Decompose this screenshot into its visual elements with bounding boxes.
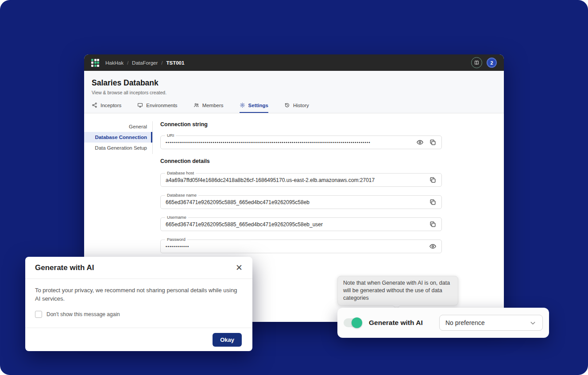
username-field[interactable]: Username 665ed367471e9262095c5885_665ed4…: [160, 217, 442, 231]
username-value: 665ed367471e9262095c5885_665ed4bc471e926…: [166, 221, 424, 228]
dont-show-again-option[interactable]: Don't show this message again: [35, 311, 243, 318]
page-title: Salaries Databank: [92, 78, 504, 88]
breadcrumb-org[interactable]: HakHak: [105, 60, 124, 66]
generate-with-ai-toggle[interactable]: [344, 318, 361, 327]
notification-count-badge[interactable]: 2: [487, 58, 497, 68]
checkbox[interactable]: [35, 311, 42, 318]
modal-title: Generate with AI: [35, 263, 94, 272]
copy-icon[interactable]: [429, 220, 437, 228]
database-name-value: 665ed367471e9262095c5885_665ed4bc471e926…: [166, 199, 424, 205]
toggle-knob: [352, 317, 362, 328]
breadcrumb-project[interactable]: DataForger: [132, 60, 158, 66]
breadcrumb-separator: /: [161, 60, 162, 66]
field-label: URI: [165, 133, 176, 138]
section-heading-connection-details: Connection details: [160, 158, 442, 164]
breadcrumb-separator: /: [127, 60, 128, 66]
page-subtitle: View & browse all inceptors created.: [92, 90, 504, 95]
tab-label: Members: [202, 103, 224, 108]
monitor-icon: [137, 102, 143, 108]
field-label: Username: [165, 215, 188, 220]
settings-sidebar: General Database Connection Data Generat…: [84, 121, 153, 154]
copy-icon[interactable]: [429, 198, 437, 206]
okay-button[interactable]: Okay: [213, 333, 242, 347]
field-label: Password: [165, 237, 187, 242]
ai-note-tooltip: Note that when Generate with AI is on, d…: [337, 276, 458, 305]
uri-value: ••••••••••••••••••••••••••••••••••••••••…: [166, 140, 411, 145]
section-heading-connection-string: Connection string: [160, 121, 442, 128]
generate-with-ai-modal: Generate with AI ✕ To protect your priva…: [25, 257, 252, 351]
window-topbar: HakHak / DataForger / TST001 2: [84, 54, 504, 71]
password-field[interactable]: Password ••••••••••••: [160, 240, 442, 253]
people-icon: [193, 102, 199, 108]
sidebar-item-general[interactable]: General: [84, 121, 152, 132]
preference-select[interactable]: No preference: [439, 315, 543, 331]
breadcrumb-current: TST001: [166, 60, 184, 66]
tab-inceptors[interactable]: Inceptors: [92, 102, 121, 113]
tab-bar: Inceptors Environments Members: [92, 102, 504, 113]
field-label: Database name: [165, 193, 198, 197]
tab-history[interactable]: History: [284, 102, 309, 113]
share-nodes-icon: [92, 102, 97, 108]
copy-icon[interactable]: [429, 139, 437, 146]
sidebar-item-data-generation-setup[interactable]: Data Generation Setup: [84, 143, 152, 153]
app-logo-icon[interactable]: [91, 59, 99, 67]
eye-icon[interactable]: [416, 139, 424, 146]
tab-label: Inceptors: [101, 103, 121, 108]
modal-header: Generate with AI ✕: [25, 257, 252, 279]
database-host-value: a4a69a7ffd05f4e1686dc2418a8b26cf-1686495…: [166, 177, 424, 183]
field-label: Database host: [165, 170, 196, 175]
sidebar-item-database-connection[interactable]: Database Connection: [84, 132, 152, 143]
tooltip-text: Note that when Generate with AI is on, d…: [343, 280, 450, 301]
breadcrumb: HakHak / DataForger / TST001: [105, 60, 184, 66]
close-icon[interactable]: ✕: [236, 263, 243, 272]
gear-icon: [240, 102, 245, 108]
uri-field[interactable]: URI ••••••••••••••••••••••••••••••••••••…: [160, 135, 442, 149]
chevron-down-icon: [529, 319, 537, 327]
history-clock-icon: [284, 102, 290, 108]
toggle-label: Generate with AI: [369, 319, 423, 327]
tab-environments[interactable]: Environments: [137, 102, 177, 113]
modal-message: To protect your privacy, we recommend no…: [35, 286, 243, 303]
generate-with-ai-panel: Generate with AI No preference: [337, 308, 549, 338]
database-name-field[interactable]: Database name 665ed367471e9262095c5885_6…: [160, 195, 442, 209]
tab-members[interactable]: Members: [193, 102, 224, 113]
copy-icon[interactable]: [429, 176, 437, 184]
page-background: HakHak / DataForger / TST001 2 Salaries …: [0, 0, 588, 375]
tab-label: History: [293, 103, 309, 108]
modal-body: To protect your privacy, we recommend no…: [25, 279, 252, 328]
window-header: Salaries Databank View & browse all ince…: [84, 71, 504, 113]
checkbox-label: Don't show this message again: [46, 311, 120, 317]
eye-icon[interactable]: [429, 243, 437, 250]
password-value: ••••••••••••: [166, 244, 424, 249]
modal-footer: Okay: [25, 328, 252, 351]
tab-label: Environments: [146, 103, 177, 108]
database-host-field[interactable]: Database host a4a69a7ffd05f4e1686dc2418a…: [160, 173, 442, 187]
tab-label: Settings: [248, 103, 268, 108]
book-icon: [474, 60, 480, 66]
tab-settings[interactable]: Settings: [240, 102, 268, 113]
docs-button[interactable]: [471, 57, 482, 68]
selected-option: No preference: [445, 319, 485, 326]
